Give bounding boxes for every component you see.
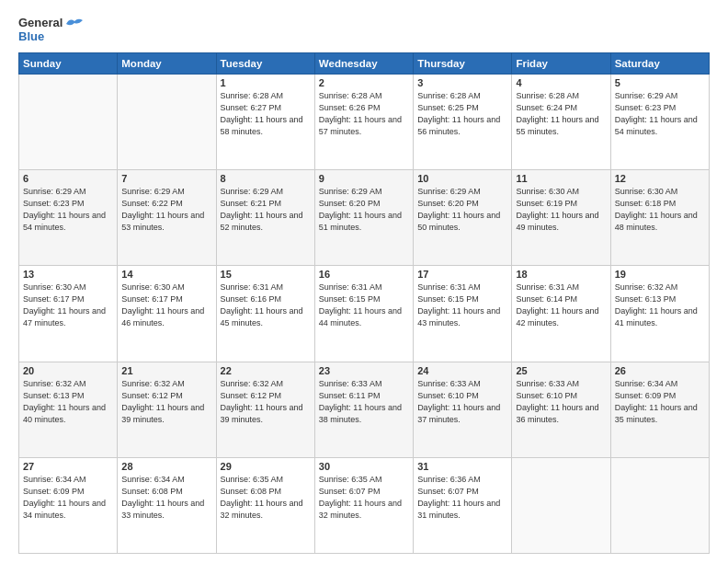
day-info: Sunrise: 6:29 AM Sunset: 6:20 PM Dayligh… [319, 186, 409, 234]
calendar-cell: 5Sunrise: 6:29 AM Sunset: 6:23 PM Daylig… [610, 74, 709, 169]
calendar-cell: 25Sunrise: 6:33 AM Sunset: 6:10 PM Dayli… [512, 362, 610, 457]
day-info: Sunrise: 6:34 AM Sunset: 6:09 PM Dayligh… [23, 474, 113, 522]
calendar-cell: 28Sunrise: 6:34 AM Sunset: 6:08 PM Dayli… [118, 457, 216, 553]
day-info: Sunrise: 6:28 AM Sunset: 6:26 PM Dayligh… [319, 90, 409, 138]
calendar-cell: 9Sunrise: 6:29 AM Sunset: 6:20 PM Daylig… [314, 170, 413, 266]
calendar-cell: 13Sunrise: 6:30 AM Sunset: 6:17 PM Dayli… [19, 266, 118, 362]
day-number: 9 [319, 173, 409, 184]
calendar-cell: 2Sunrise: 6:28 AM Sunset: 6:26 PM Daylig… [314, 74, 413, 169]
day-number: 18 [516, 269, 606, 280]
calendar-cell: 10Sunrise: 6:29 AM Sunset: 6:20 PM Dayli… [414, 170, 512, 266]
day-number: 3 [417, 77, 507, 88]
day-info: Sunrise: 6:31 AM Sunset: 6:14 PM Dayligh… [516, 282, 606, 329]
day-info: Sunrise: 6:33 AM Sunset: 6:10 PM Dayligh… [516, 378, 606, 426]
day-info: Sunrise: 6:32 AM Sunset: 6:13 PM Dayligh… [23, 378, 113, 426]
week-row-3: 13Sunrise: 6:30 AM Sunset: 6:17 PM Dayli… [19, 266, 710, 362]
day-info: Sunrise: 6:34 AM Sunset: 6:09 PM Dayligh… [615, 378, 705, 426]
calendar-cell: 12Sunrise: 6:30 AM Sunset: 6:18 PM Dayli… [610, 170, 709, 266]
calendar-cell: 16Sunrise: 6:31 AM Sunset: 6:15 PM Dayli… [314, 266, 413, 362]
day-number: 13 [23, 269, 113, 280]
day-info: Sunrise: 6:29 AM Sunset: 6:21 PM Dayligh… [221, 186, 311, 234]
calendar-cell: 31Sunrise: 6:36 AM Sunset: 6:07 PM Dayli… [414, 457, 512, 553]
calendar-cell: 30Sunrise: 6:35 AM Sunset: 6:07 PM Dayli… [314, 457, 413, 553]
day-number: 11 [516, 173, 606, 184]
day-number: 19 [615, 269, 705, 280]
day-info: Sunrise: 6:36 AM Sunset: 6:07 PM Dayligh… [417, 474, 507, 522]
weekday-header-saturday: Saturday [610, 52, 709, 74]
calendar-cell [118, 74, 216, 169]
calendar-cell: 29Sunrise: 6:35 AM Sunset: 6:08 PM Dayli… [216, 457, 314, 553]
day-number: 21 [121, 365, 211, 376]
day-info: Sunrise: 6:30 AM Sunset: 6:17 PM Dayligh… [121, 282, 211, 329]
day-info: Sunrise: 6:33 AM Sunset: 6:11 PM Dayligh… [319, 378, 409, 426]
calendar-cell: 1Sunrise: 6:28 AM Sunset: 6:27 PM Daylig… [216, 74, 314, 169]
day-number: 4 [516, 77, 606, 88]
logo-container: General Blue [18, 17, 83, 43]
day-number: 20 [23, 365, 113, 376]
day-number: 26 [615, 365, 705, 376]
calendar-cell: 21Sunrise: 6:32 AM Sunset: 6:12 PM Dayli… [118, 362, 216, 457]
day-info: Sunrise: 6:35 AM Sunset: 6:07 PM Dayligh… [319, 474, 409, 522]
day-info: Sunrise: 6:28 AM Sunset: 6:24 PM Dayligh… [516, 90, 606, 138]
calendar-cell: 6Sunrise: 6:29 AM Sunset: 6:23 PM Daylig… [19, 170, 118, 266]
weekday-header-friday: Friday [512, 52, 610, 74]
day-info: Sunrise: 6:30 AM Sunset: 6:17 PM Dayligh… [23, 282, 113, 329]
week-row-4: 20Sunrise: 6:32 AM Sunset: 6:13 PM Dayli… [19, 362, 710, 457]
day-info: Sunrise: 6:30 AM Sunset: 6:18 PM Dayligh… [615, 186, 705, 234]
day-number: 29 [221, 461, 311, 472]
day-info: Sunrise: 6:32 AM Sunset: 6:12 PM Dayligh… [221, 378, 311, 426]
day-number: 23 [319, 365, 409, 376]
week-row-2: 6Sunrise: 6:29 AM Sunset: 6:23 PM Daylig… [19, 170, 710, 266]
calendar-cell: 27Sunrise: 6:34 AM Sunset: 6:09 PM Dayli… [19, 457, 118, 553]
day-info: Sunrise: 6:32 AM Sunset: 6:12 PM Dayligh… [121, 378, 211, 426]
day-info: Sunrise: 6:29 AM Sunset: 6:23 PM Dayligh… [615, 90, 705, 138]
calendar-cell: 8Sunrise: 6:29 AM Sunset: 6:21 PM Daylig… [216, 170, 314, 266]
day-info: Sunrise: 6:35 AM Sunset: 6:08 PM Dayligh… [221, 474, 311, 522]
day-number: 7 [121, 173, 211, 184]
week-row-1: 1Sunrise: 6:28 AM Sunset: 6:27 PM Daylig… [19, 74, 710, 169]
day-info: Sunrise: 6:33 AM Sunset: 6:10 PM Dayligh… [417, 378, 507, 426]
weekday-header-tuesday: Tuesday [216, 52, 314, 74]
calendar-cell: 14Sunrise: 6:30 AM Sunset: 6:17 PM Dayli… [118, 266, 216, 362]
calendar-cell: 20Sunrise: 6:32 AM Sunset: 6:13 PM Dayli… [19, 362, 118, 457]
day-number: 10 [417, 173, 507, 184]
day-info: Sunrise: 6:31 AM Sunset: 6:15 PM Dayligh… [319, 282, 409, 329]
day-info: Sunrise: 6:29 AM Sunset: 6:23 PM Dayligh… [23, 186, 113, 234]
calendar-cell: 19Sunrise: 6:32 AM Sunset: 6:13 PM Dayli… [610, 266, 709, 362]
weekday-header-row: SundayMondayTuesdayWednesdayThursdayFrid… [19, 52, 710, 74]
calendar-cell: 15Sunrise: 6:31 AM Sunset: 6:16 PM Dayli… [216, 266, 314, 362]
day-number: 31 [417, 461, 507, 472]
calendar-cell: 17Sunrise: 6:31 AM Sunset: 6:15 PM Dayli… [414, 266, 512, 362]
day-number: 22 [221, 365, 311, 376]
day-info: Sunrise: 6:29 AM Sunset: 6:22 PM Dayligh… [121, 186, 211, 234]
day-number: 1 [221, 77, 311, 88]
day-number: 27 [23, 461, 113, 472]
day-number: 12 [615, 173, 705, 184]
day-number: 15 [221, 269, 311, 280]
day-number: 8 [221, 173, 311, 184]
calendar-cell: 22Sunrise: 6:32 AM Sunset: 6:12 PM Dayli… [216, 362, 314, 457]
calendar-cell: 24Sunrise: 6:33 AM Sunset: 6:10 PM Dayli… [414, 362, 512, 457]
calendar-cell [512, 457, 610, 553]
day-number: 25 [516, 365, 606, 376]
day-info: Sunrise: 6:28 AM Sunset: 6:27 PM Dayligh… [221, 90, 311, 138]
day-info: Sunrise: 6:30 AM Sunset: 6:19 PM Dayligh… [516, 186, 606, 234]
day-info: Sunrise: 6:31 AM Sunset: 6:16 PM Dayligh… [221, 282, 311, 329]
day-info: Sunrise: 6:31 AM Sunset: 6:15 PM Dayligh… [417, 282, 507, 329]
calendar-cell: 26Sunrise: 6:34 AM Sunset: 6:09 PM Dayli… [610, 362, 709, 457]
logo-bird-icon [66, 17, 83, 30]
calendar-cell: 11Sunrise: 6:30 AM Sunset: 6:19 PM Dayli… [512, 170, 610, 266]
weekday-header-thursday: Thursday [414, 52, 512, 74]
calendar-table: SundayMondayTuesdayWednesdayThursdayFrid… [18, 52, 710, 554]
day-info: Sunrise: 6:34 AM Sunset: 6:08 PM Dayligh… [121, 474, 211, 522]
day-number: 30 [319, 461, 409, 472]
header: General Blue [18, 17, 710, 43]
calendar-cell: 23Sunrise: 6:33 AM Sunset: 6:11 PM Dayli… [314, 362, 413, 457]
logo: General Blue [18, 17, 83, 43]
day-number: 14 [121, 269, 211, 280]
day-info: Sunrise: 6:28 AM Sunset: 6:25 PM Dayligh… [417, 90, 507, 138]
day-number: 5 [615, 77, 705, 88]
weekday-header-sunday: Sunday [19, 52, 118, 74]
calendar-cell [610, 457, 709, 553]
calendar-cell: 3Sunrise: 6:28 AM Sunset: 6:25 PM Daylig… [414, 74, 512, 169]
